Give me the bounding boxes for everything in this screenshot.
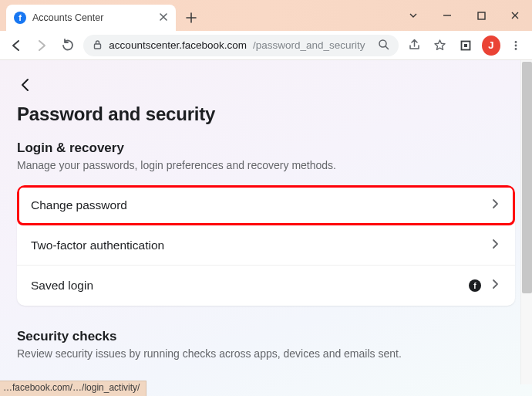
login-recovery-card: Change password Two-factor authenticatio… [17,185,515,306]
browser-tab[interactable]: f Accounts Center [6,5,176,31]
row-label: Saved login [31,279,461,293]
row-label: Two-factor authentication [31,239,481,252]
close-window-icon[interactable] [498,4,532,27]
page-back-button[interactable] [17,74,39,96]
two-factor-row[interactable]: Two-factor authentication [17,225,515,266]
forward-button [32,35,51,56]
kebab-menu-icon[interactable] [507,35,526,56]
url-domain: accountscenter.facebook.com [109,39,247,51]
svg-rect-0 [478,12,485,19]
facebook-favicon-icon: f [14,12,26,24]
tab-title: Accounts Center [32,12,153,23]
section-heading-login: Login & recovery [17,140,515,156]
lock-icon [93,39,103,52]
svg-rect-4 [464,44,467,47]
window-titlebar: f Accounts Center [0,0,532,31]
scroll-thumb[interactable] [522,62,532,293]
profile-avatar[interactable]: J [482,36,500,56]
status-bar-hint: …facebook.com/…/login_activity/ [0,381,146,396]
saved-login-row[interactable]: Saved login f [17,266,515,306]
chevron-right-icon [489,278,501,293]
url-path: /password_and_security [253,39,365,51]
address-bar[interactable]: accountscenter.facebook.com/password_and… [83,35,398,56]
window-controls [396,0,532,31]
facebook-icon: f [469,279,481,292]
back-button[interactable] [6,35,25,56]
minimize-icon[interactable] [430,4,464,27]
svg-point-6 [515,44,517,46]
share-icon[interactable] [405,35,424,56]
scrollbar[interactable] [520,60,532,384]
chevron-right-icon [489,198,501,213]
extensions-icon[interactable] [456,35,475,56]
svg-point-5 [515,41,517,43]
change-password-row[interactable]: Change password [17,185,515,225]
browser-toolbar: accountscenter.facebook.com/password_and… [0,31,532,60]
bookmark-star-icon[interactable] [430,35,450,56]
section-heading-checks: Security checks [17,329,515,344]
section-subtext-login: Manage your passwords, login preferences… [17,159,515,171]
svg-rect-1 [95,44,101,49]
chevron-right-icon [489,238,501,253]
row-label: Change password [31,198,481,212]
section-subtext-checks: Review security issues by running checks… [17,347,515,360]
page-title: Password and security [17,103,515,125]
close-tab-icon[interactable] [159,11,168,25]
new-tab-button[interactable] [180,7,202,29]
maximize-icon[interactable] [464,4,498,27]
page-content: Password and security Login & recovery M… [0,60,532,384]
reload-button[interactable] [58,35,77,56]
chevron-down-icon[interactable] [396,4,430,27]
svg-point-7 [515,48,517,50]
search-icon[interactable] [378,39,389,52]
